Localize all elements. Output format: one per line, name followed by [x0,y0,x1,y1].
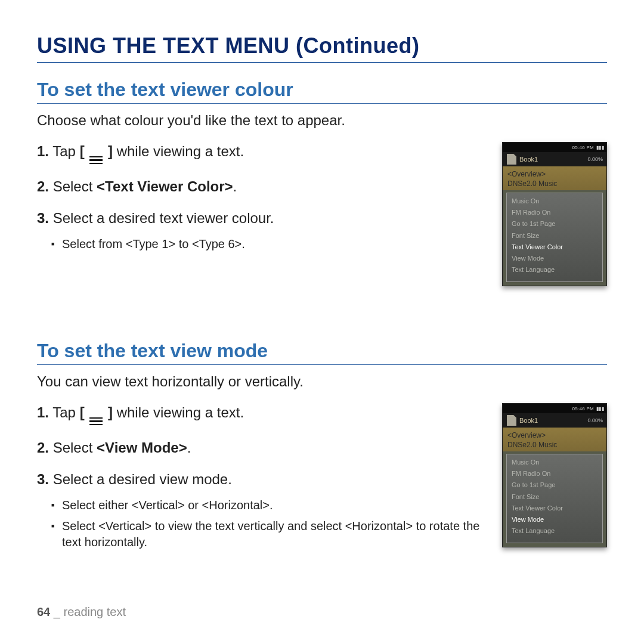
step-bold: <Text Viewer Color> [97,178,233,194]
step-number: 2. [37,178,49,194]
section-intro: Choose what colour you'd like the text t… [37,112,607,129]
device-book-bg: <Overview> DNSe2.0 Music [503,166,606,190]
device-book-title: Book1 [519,156,538,163]
device-book-bg: <Overview> DNSe2.0 Music [503,428,606,451]
section-text-viewer-colour: To set the text viewer colour Choose wha… [37,79,607,286]
step-text: Tap [49,143,80,159]
device-dnse: DNSe2.0 Music [507,441,602,449]
device-menu-popup: Music OnFM Radio OnGo to 1st PageFont Si… [506,454,603,543]
step-number: 3. [37,471,49,487]
step-1: 1. Tap [ ] while viewing a text. [37,403,489,426]
step-text: . [187,439,191,456]
step-text: Select [49,178,97,194]
menu-icon [89,154,103,165]
device-menu-item: View Mode [512,253,597,264]
device-menu-item: Text Language [512,264,597,275]
sub-bullet: Select either <Vertical> or <Horizontal>… [51,497,489,513]
device-progress: 0.00% [587,156,603,162]
device-progress: 0.00% [587,417,603,423]
step-text: Select a desired text viewer colour. [49,210,274,226]
device-time: 05:46 PM [572,406,594,411]
page-title: USING THE TEXT MENU (Continued) [37,33,607,63]
step-number: 2. [37,439,49,456]
device-menu-item: Font Size [512,230,597,242]
battery-icon: ▮▮▮ [596,145,604,150]
step-text: Select [49,439,97,456]
device-menu-item: Text Language [512,525,597,537]
step-number: 1. [37,404,49,420]
bracket-open: [ [80,143,89,159]
section-heading: To set the text view mode [37,340,607,365]
step-1: 1. Tap [ ] while viewing a text. [37,142,489,165]
device-time: 05:46 PM [572,145,594,150]
device-menu-item: Text Viewer Color [512,242,597,253]
step-2: 2. Select <Text Viewer Color>. [37,177,489,196]
device-menu-item: FM Radio On [512,468,597,479]
battery-icon: ▮▮▮ [596,406,604,411]
device-statusbar: 05:46 PM ▮▮▮ [503,143,606,152]
section-heading: To set the text viewer colour [37,79,607,104]
device-book-title: Book1 [519,417,538,424]
device-dnse: DNSe2.0 Music [507,179,602,188]
page-footer: 64 _ reading text [37,605,126,619]
sub-bullet: Select from <Type 1> to <Type 6>. [51,236,489,252]
step-3: 3. Select a desired text viewer colour. … [37,209,489,252]
step-number: 3. [37,210,49,226]
section-text-view-mode: To set the text view mode You can view t… [37,340,607,562]
device-menu-item: Text Viewer Color [512,503,597,514]
device-screenshot: 05:46 PM ▮▮▮ Book1 0.00% <Overview> DNSe… [502,403,607,547]
device-titlebar: Book1 0.00% [503,413,606,428]
device-overview: <Overview> [507,431,602,439]
step-text: Select a desired view mode. [49,471,232,487]
device-menu-item: Font Size [512,491,597,503]
menu-icon [89,416,103,426]
device-menu-item: FM Radio On [512,207,597,218]
footer-sep: _ [50,605,63,618]
device-menu-item: Go to 1st Page [512,218,597,230]
device-menu-item: Music On [512,196,597,207]
device-menu-item: Music On [512,457,597,468]
step-text: while viewing a text. [113,143,244,159]
device-menu-popup: Music OnFM Radio OnGo to 1st PageFont Si… [506,193,603,282]
step-3: 3. Select a desired view mode. Select ei… [37,470,489,550]
step-bold: <View Mode> [97,439,187,456]
step-text: while viewing a text. [113,404,244,420]
section-intro: You can view text horizontally or vertic… [37,373,607,390]
device-menu-item: Go to 1st Page [512,479,597,491]
device-titlebar: Book1 0.00% [503,152,606,166]
page-number: 64 [37,605,50,618]
step-number: 1. [37,143,49,159]
step-text: Tap [49,404,80,420]
bracket-open: [ [80,404,89,420]
bracket-close: ] [104,143,113,159]
bracket-close: ] [104,404,113,420]
chapter-name: reading text [64,605,126,618]
device-menu-item: View Mode [512,514,597,525]
sub-bullet: Select <Vertical> to view the text verti… [51,518,489,550]
device-screenshot: 05:46 PM ▮▮▮ Book1 0.00% <Overview> DNSe… [502,142,607,286]
step-2: 2. Select <View Mode>. [37,438,489,457]
device-statusbar: 05:46 PM ▮▮▮ [503,404,606,413]
device-overview: <Overview> [507,170,602,178]
step-text: . [233,178,237,194]
